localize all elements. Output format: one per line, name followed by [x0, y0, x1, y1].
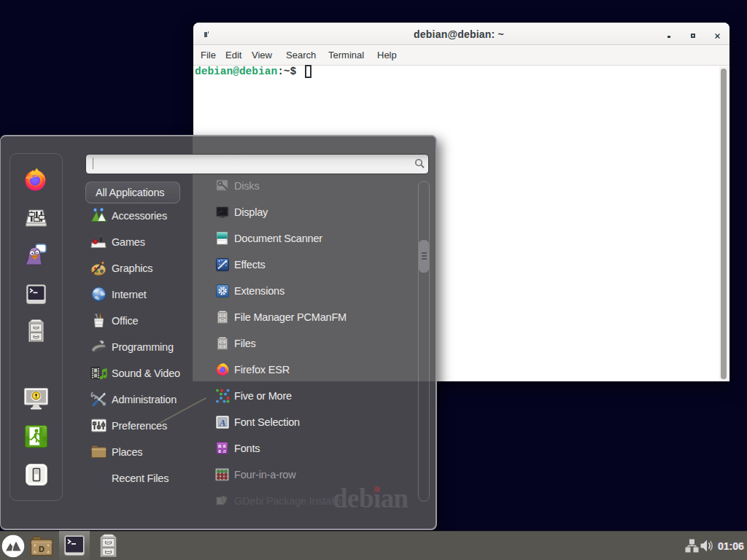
svg-text:D: D: [39, 545, 44, 553]
svg-text:A: A: [219, 417, 226, 428]
svg-text:a: a: [222, 448, 225, 454]
svg-text:a: a: [218, 448, 221, 454]
